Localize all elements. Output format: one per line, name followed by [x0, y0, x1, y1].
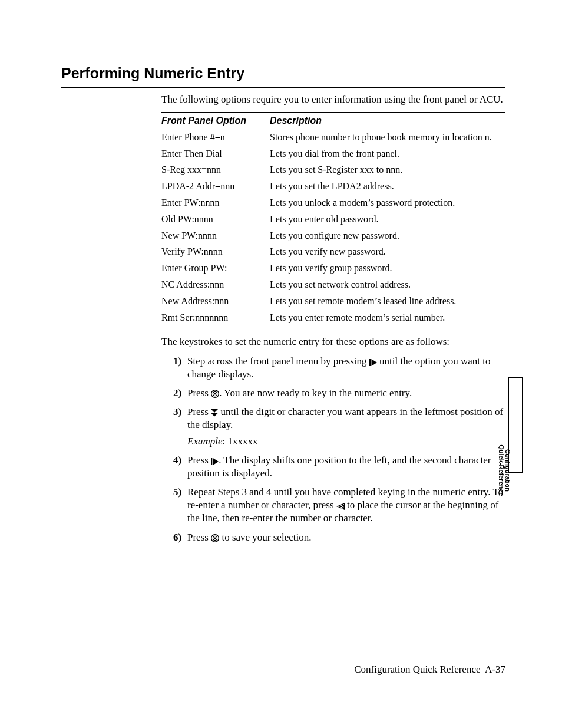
cell-description: Lets you set the LPDA2 address.	[270, 179, 505, 195]
cell-option: S-Reg xxx=nnn	[161, 162, 270, 179]
example-line: Example: 1xxxxx	[187, 435, 505, 448]
footer-page-number: A-37	[485, 664, 505, 675]
table-row: Enter Then DialLets you dial from the fr…	[161, 146, 505, 162]
cell-option: Old PW:nnnn	[161, 211, 270, 228]
cell-option: New Address:nnn	[161, 293, 270, 309]
cell-option: Enter PW:nnnn	[161, 195, 270, 212]
step-number: 3)	[173, 406, 181, 419]
table-row: Old PW:nnnnLets you enter old password.	[161, 211, 505, 228]
table-row: New PW:nnnnLets you configure new passwo…	[161, 228, 505, 244]
table-row: Rmt Ser:nnnnnnnLets you enter remote mod…	[161, 309, 505, 327]
step-item: 4)Press . The display shifts one positio…	[173, 454, 505, 480]
cell-option: LPDA-2 Addr=nnn	[161, 179, 270, 195]
col-header-description: Description	[270, 112, 505, 129]
cell-description: Lets you enter remote modem’s serial num…	[270, 309, 505, 327]
options-table: Front Panel Option Description Enter Pho…	[161, 112, 505, 328]
side-tab-line1: Configuration	[504, 423, 511, 518]
instructions-lead: The keystrokes to set the numeric entry …	[161, 335, 505, 348]
right-step-icon	[369, 359, 377, 366]
table-row: Enter Phone #=nStores phone number to ph…	[161, 129, 505, 146]
table-row: Verify PW:nnnnLets you verify new passwo…	[161, 244, 505, 261]
scroll-down-icon	[211, 409, 218, 417]
step-item: 2)Press . You are now ready to key in th…	[173, 387, 505, 400]
table-row: New Address:nnnLets you set remote modem…	[161, 293, 505, 309]
enter-icon	[211, 390, 219, 398]
cell-option: Enter Group PW:	[161, 261, 270, 277]
cell-description: Lets you set network control address.	[270, 277, 505, 294]
right-step-icon	[211, 458, 219, 465]
section-title: Performing Numeric Entry	[61, 64, 505, 88]
cell-option: New PW:nnnn	[161, 228, 270, 244]
cell-option: Verify PW:nnnn	[161, 244, 270, 261]
table-row: NC Address:nnnLets you set network contr…	[161, 277, 505, 294]
table-row: Enter PW:nnnnLets you unlock a modem’s p…	[161, 195, 505, 212]
cell-description: Lets you verify group password.	[270, 261, 505, 277]
enter-icon	[211, 534, 219, 542]
cell-description: Lets you enter old password.	[270, 211, 505, 228]
body-column: The following options require you to ent…	[161, 93, 505, 544]
cell-description: Lets you set remote modem’s leased line …	[270, 293, 505, 309]
cell-option: Enter Then Dial	[161, 146, 270, 162]
step-number: 5)	[173, 486, 181, 499]
side-tab-line2: Quick-Reference	[498, 423, 504, 518]
step-number: 2)	[173, 387, 181, 400]
document-page: Performing Numeric Entry The following o…	[0, 0, 562, 728]
step-number: 6)	[173, 531, 181, 544]
cell-description: Lets you configure new password.	[270, 228, 505, 244]
table-row: Enter Group PW:Lets you verify group pas…	[161, 261, 505, 277]
step-item: 1)Step across the front panel menu by pr…	[173, 355, 505, 381]
cell-description: Lets you dial from the front panel.	[270, 146, 505, 162]
cell-option: Enter Phone #=n	[161, 129, 270, 146]
footer-text: Configuration Quick Reference	[354, 664, 480, 675]
intro-paragraph: The following options require you to ent…	[161, 93, 505, 106]
table-row: LPDA-2 Addr=nnnLets you set the LPDA2 ad…	[161, 179, 505, 195]
cell-option: NC Address:nnn	[161, 277, 270, 294]
steps-list: 1)Step across the front panel menu by pr…	[161, 355, 505, 544]
table-row: S-Reg xxx=nnnLets you set S-Register xxx…	[161, 162, 505, 179]
col-header-option: Front Panel Option	[161, 112, 270, 129]
back-icon	[336, 503, 345, 510]
step-number: 4)	[173, 454, 181, 467]
cell-description: Stores phone number to phone book memory…	[270, 129, 505, 146]
cell-description: Lets you set S-Register xxx to nnn.	[270, 162, 505, 179]
step-item: 3)Press until the digit or character you…	[173, 406, 505, 448]
cell-description: Lets you verify new password.	[270, 244, 505, 261]
step-number: 1)	[173, 355, 181, 368]
cell-description: Lets you unlock a modem’s password prote…	[270, 195, 505, 212]
cell-option: Rmt Ser:nnnnnnn	[161, 309, 270, 327]
step-item: 6)Press to save your selection.	[173, 531, 505, 544]
page-footer: Configuration Quick Reference A-37	[354, 663, 505, 676]
step-item: 5)Repeat Steps 3 and 4 until you have co…	[173, 486, 505, 525]
side-tab: Configuration Quick-Reference	[508, 377, 523, 473]
